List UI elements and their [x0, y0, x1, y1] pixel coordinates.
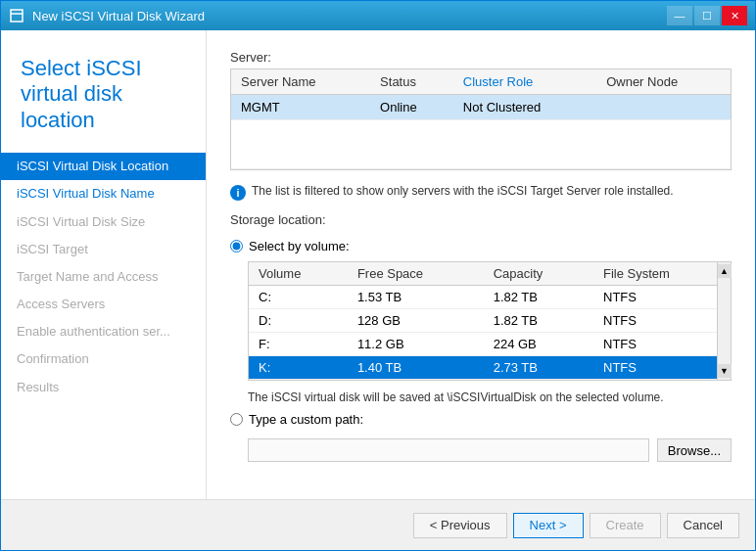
info-message: i The list is filtered to show only serv…: [230, 184, 732, 201]
free-space-col-header: Free Space: [348, 262, 484, 286]
wizard-window: New iSCSI Virtual Disk Wizard — ☐ ✕ Sele…: [0, 0, 756, 551]
free-space-cell: 128 GB: [348, 309, 484, 333]
volume-row[interactable]: K: 1.40 TB 2.73 TB NTFS: [249, 356, 731, 380]
sidebar-item-iscsi-disk-name[interactable]: iSCSI Virtual Disk Name: [1, 180, 206, 207]
file-system-cell: NTFS: [593, 356, 731, 380]
capacity-cell: 224 GB: [484, 333, 593, 356]
close-button[interactable]: ✕: [722, 6, 747, 25]
select-by-volume-radio[interactable]: [230, 240, 243, 253]
sidebar-item-confirmation: Confirmation: [1, 345, 206, 373]
storage-location-label: Storage location:: [230, 212, 732, 227]
cancel-button[interactable]: Cancel: [667, 513, 739, 538]
custom-path-radio[interactable]: [230, 413, 243, 426]
volume-cell: D:: [249, 309, 348, 333]
footer: < Previous Next > Create Cancel: [1, 499, 755, 550]
server-table: Server Name Status Cluster Role Owner No…: [231, 69, 731, 169]
custom-path-radio-label[interactable]: Type a custom path:: [230, 412, 732, 427]
volume-cell: C:: [249, 286, 348, 309]
free-space-cell: 1.40 TB: [348, 356, 484, 380]
previous-button[interactable]: < Previous: [413, 513, 507, 538]
custom-path-label-text: Type a custom path:: [249, 412, 363, 427]
server-name-col-header: Server Name: [231, 69, 370, 95]
capacity-cell: 1.82 TB: [484, 286, 593, 309]
scroll-up-button[interactable]: ▲: [718, 264, 732, 278]
volume-row[interactable]: C: 1.53 TB 1.82 TB NTFS: [249, 286, 731, 309]
save-path-note: The iSCSI virtual disk will be saved at …: [248, 390, 732, 404]
volume-table-wrapper: Volume Free Space Capacity File System C…: [248, 261, 732, 381]
server-section-label: Server:: [230, 50, 732, 65]
maximize-button[interactable]: ☐: [694, 6, 720, 25]
volume-scrollbar[interactable]: ▲ ▼: [717, 262, 731, 380]
browse-button[interactable]: Browse...: [657, 438, 732, 462]
main-panel: Server: Server Name Status Cluster Role …: [207, 30, 755, 499]
window-title: New iSCSI Virtual Disk Wizard: [32, 9, 205, 23]
volume-cell: K:: [249, 356, 348, 380]
minimize-button[interactable]: —: [667, 6, 692, 25]
window-icon: [9, 8, 24, 23]
volume-table: Volume Free Space Capacity File System C…: [249, 262, 731, 380]
file-system-col-header: File System: [593, 262, 731, 286]
sidebar-item-results: Results: [1, 374, 206, 401]
title-bar-left: New iSCSI Virtual Disk Wizard: [9, 8, 205, 23]
cluster-role-cell: Not Clustered: [453, 95, 596, 120]
server-empty-row: [231, 120, 731, 169]
scroll-down-button[interactable]: ▼: [718, 364, 732, 378]
select-by-volume-text: Select by volume:: [249, 239, 350, 253]
free-space-cell: 11.2 GB: [348, 333, 484, 356]
custom-path-input[interactable]: [248, 438, 649, 462]
cluster-role-col-header: Cluster Role: [453, 69, 596, 95]
sidebar-item-target-name-access: Target Name and Access: [1, 263, 206, 291]
window-controls: — ☐ ✕: [667, 6, 747, 25]
storage-section: Storage location: Select by volume: Volu…: [230, 212, 732, 462]
sidebar-item-iscsi-target: iSCSI Target: [1, 236, 206, 263]
server-row[interactable]: MGMT Online Not Clustered: [231, 95, 731, 120]
next-button[interactable]: Next >: [513, 513, 584, 538]
svg-rect-0: [11, 10, 23, 22]
page-title: Select iSCSI virtual disk location: [1, 46, 206, 153]
server-name-cell: MGMT: [231, 95, 370, 120]
volume-row[interactable]: F: 11.2 GB 224 GB NTFS: [249, 333, 731, 356]
file-system-cell: NTFS: [593, 286, 731, 309]
volume-cell: F:: [249, 333, 348, 356]
sidebar-item-enable-auth: Enable authentication ser...: [1, 318, 206, 345]
capacity-col-header: Capacity: [484, 262, 593, 286]
file-system-cell: NTFS: [593, 333, 731, 356]
create-button[interactable]: Create: [590, 513, 661, 538]
info-text: The list is filtered to show only server…: [252, 184, 674, 198]
content-area: Select iSCSI virtual disk location iSCSI…: [1, 30, 755, 499]
server-section: Server: Server Name Status Cluster Role …: [230, 50, 732, 170]
sidebar-item-iscsi-disk-location[interactable]: iSCSI Virtual Disk Location: [1, 153, 206, 180]
title-bar: New iSCSI Virtual Disk Wizard — ☐ ✕: [1, 1, 755, 30]
sidebar: Select iSCSI virtual disk location iSCSI…: [1, 30, 207, 499]
volume-col-header: Volume: [249, 262, 348, 286]
info-icon: i: [230, 185, 246, 201]
sidebar-item-iscsi-disk-size: iSCSI Virtual Disk Size: [1, 208, 206, 236]
sidebar-item-access-servers: Access Servers: [1, 291, 206, 318]
select-by-volume-radio-label[interactable]: Select by volume:: [230, 239, 732, 253]
volume-row[interactable]: D: 128 GB 1.82 TB NTFS: [249, 309, 731, 333]
capacity-cell: 2.73 TB: [484, 356, 593, 380]
server-table-container: Server Name Status Cluster Role Owner No…: [230, 69, 732, 170]
file-system-cell: NTFS: [593, 309, 731, 333]
custom-path-input-area: Browse...: [248, 438, 732, 462]
capacity-cell: 1.82 TB: [484, 309, 593, 333]
status-col-header: Status: [370, 69, 453, 95]
status-cell: Online: [370, 95, 453, 120]
owner-node-col-header: Owner Node: [596, 69, 731, 95]
free-space-cell: 1.53 TB: [348, 286, 484, 309]
owner-node-cell: [596, 95, 731, 120]
